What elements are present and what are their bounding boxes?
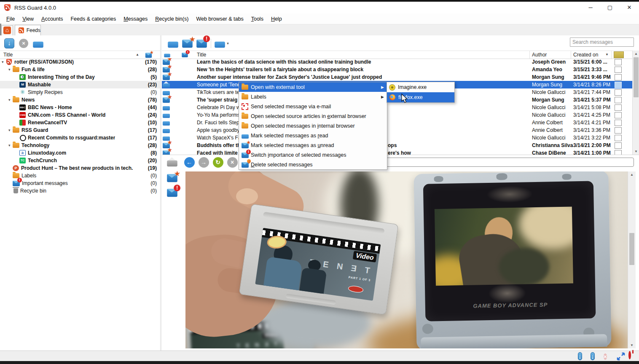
menubar-item-recycle-bin-s[interactable]: Recycle bin(s) <box>151 14 192 24</box>
message-list-scrollbar[interactable]: ▲ ▼ <box>632 51 639 155</box>
message-row[interactable]: Yo-Yo Ma performs s Nicole Gallucci 3/14… <box>162 111 632 119</box>
expander-icon[interactable]: ▾ <box>2 60 6 64</box>
close-button[interactable]: ✕ <box>620 2 639 13</box>
tab-feeds[interactable]: Feeds <box>15 25 41 35</box>
context-menu-item-open-with-external-tool[interactable]: Open with external tool ▶ <box>239 82 387 92</box>
menubar-item-accounts[interactable]: Accounts <box>38 14 67 24</box>
context-menu-item-mark-selected-messages-as-read[interactable]: Mark selected messages as read <box>239 131 387 140</box>
menubar-item-tools[interactable]: Tools <box>247 14 267 24</box>
message-flag-checkbox[interactable] <box>615 97 622 103</box>
context-menu-item-switch-importance-of-selected-messages[interactable]: !Switch importance of selected messages <box>239 150 387 160</box>
maximize-button[interactable]: ▢ <box>600 2 620 13</box>
message-row[interactable]: ★ New 'In the Heights' trailers tell a f… <box>162 66 632 73</box>
message-flag-checkbox[interactable] <box>615 135 622 141</box>
submenu-item-firefox-exe[interactable]: firefox.exe <box>387 92 454 102</box>
browser-read-button[interactable] <box>166 157 178 168</box>
title-bar[interactable]: RSS Guard 4.0.0 ─ ▢ ✕ <box>0 2 639 13</box>
home-tab-button[interactable]: ⌂ <box>1 25 13 35</box>
feed-item-recycle-bin[interactable]: Recycle bin (0) <box>0 187 160 195</box>
feed-item-bbc-news-home[interactable]: BBC BBC News - Home (44) <box>0 104 160 111</box>
feed-item-labels[interactable]: Labels (0) <box>0 172 160 179</box>
expander-icon[interactable]: ▾ <box>8 98 13 102</box>
menubar-item-messages[interactable]: Messages <box>120 14 151 24</box>
scroll-up-icon[interactable]: ▲ <box>628 171 636 178</box>
scroll-down-icon[interactable]: ▼ <box>633 148 639 155</box>
scroll-up-icon[interactable]: ▲ <box>633 51 639 57</box>
feed-item-news[interactable]: ▾ News (78) <box>0 96 160 104</box>
browser-unread-button[interactable]: ! <box>166 187 178 198</box>
message-flag-checkbox[interactable] <box>615 59 622 65</box>
expander-icon[interactable]: ▾ <box>8 67 13 72</box>
scrollbar-thumb[interactable] <box>629 233 634 265</box>
flag-column-header[interactable] <box>614 51 624 58</box>
message-flag-checkbox[interactable] <box>615 127 622 134</box>
message-row[interactable]: Dr. Fauci tells Steph Annie Colbert 3/14… <box>162 119 632 126</box>
feed-item-recent-commits-to-rssguard-master[interactable]: Recent Commits to rssguard:master (17) <box>0 134 160 142</box>
message-flag-checkbox[interactable] <box>615 112 622 118</box>
menubar-item-feeds-categories[interactable]: Feeds & categories <box>67 14 120 24</box>
message-row[interactable]: ★ Learn the basics of data science with … <box>162 58 632 66</box>
refresh-button[interactable]: ↻ <box>212 157 224 168</box>
message-row[interactable]: ★ Buddhists offer th ops Christianna Sil… <box>162 142 632 149</box>
back-button[interactable]: ← <box>183 157 195 168</box>
message-flag-checkbox[interactable] <box>615 104 622 111</box>
message-list-header[interactable]: ! Title Author Created on ▼ <box>162 51 632 59</box>
message-row[interactable]: Watch SpaceX's Falc Nicole Gallucci 3/14… <box>162 134 632 142</box>
stop-update-button[interactable]: × <box>18 38 30 49</box>
menubar-item-view[interactable]: View <box>19 14 38 24</box>
context-menu-item-mark-selected-messages-as-unread[interactable]: ★Mark selected messages as unread <box>239 140 387 150</box>
feed-item-fun-life[interactable]: ▾ Fun & life (28) <box>0 66 160 73</box>
message-flag-checkbox[interactable] <box>615 89 622 96</box>
forward-button[interactable]: → <box>198 157 209 168</box>
feed-item-rotter-rss-atom-json[interactable]: ▾ rotter (RSS/ATOM/JSON) (170) <box>0 58 160 66</box>
browser-important-button[interactable]: ★ <box>166 172 178 183</box>
feed-item-interesting-thing-of-the-day[interactable]: Interesting Thing of the Day (5) <box>0 73 160 81</box>
feed-item-rss-guard[interactable]: ▾ RSS Guard (17) <box>0 126 160 134</box>
message-flag-checkbox[interactable] <box>615 120 622 126</box>
context-menu-item-delete-selected-messages[interactable]: Delete selected messages <box>239 160 387 169</box>
context-menu-item-open-selected-messages-in-internal-browser[interactable]: Open selected messages in internal brows… <box>239 121 387 131</box>
submenu-item-imagine-exe[interactable]: Imagine.exe <box>387 82 454 92</box>
feed-item-technology[interactable]: ▾ Technology (28) <box>0 142 160 149</box>
expander-icon[interactable]: ▾ <box>8 128 13 132</box>
download-feeds-button[interactable]: ↓ <box>591 352 595 361</box>
message-flag-checkbox[interactable] <box>615 82 622 88</box>
menubar-item-help[interactable]: Help <box>267 14 286 24</box>
message-flag-checkbox[interactable] <box>615 74 622 80</box>
message-flag-checkbox[interactable] <box>615 150 622 155</box>
feed-item-linuxtoday-com[interactable]: lt Linuxtoday.com (8) <box>0 149 160 157</box>
scroll-down-icon[interactable]: ▼ <box>628 342 636 348</box>
message-row[interactable]: ★ Faced with limite ere's how Chase DiBe… <box>162 149 632 155</box>
stop-disabled-button[interactable]: × <box>604 352 607 361</box>
expander-icon[interactable]: ▾ <box>8 143 13 147</box>
feed-item-techcrunch[interactable]: TC TechCrunch (20) <box>0 157 160 164</box>
stop-button[interactable]: × <box>226 157 238 168</box>
mark-message-important-button[interactable]: ★ <box>181 38 193 49</box>
update-feeds-button[interactable]: ↓ <box>3 38 15 49</box>
message-row[interactable]: Apple says goodbye Annie Colbert 3/14/21… <box>162 126 632 134</box>
feed-item-important-messages[interactable]: ! Important messages (0) <box>0 179 160 187</box>
search-input[interactable] <box>570 37 634 47</box>
scrollbar-thumb[interactable] <box>634 57 639 97</box>
feed-list-header[interactable]: Title ▲ ★ <box>0 51 160 59</box>
feed-item-cnn-com-rss-channel-world[interactable]: CNN CNN.com - RSS Channel - World (24) <box>0 111 160 119</box>
context-menu-item-send-selected-message-via-e-mail[interactable]: Send selected message via e-mail <box>239 102 387 111</box>
mark-message-unread-button[interactable]: ! <box>196 38 207 49</box>
message-flag-checkbox[interactable] <box>615 67 622 73</box>
feed-item-renewcanceltv[interactable]: RenewCancelTV (10) <box>0 119 160 126</box>
quit-button[interactable] <box>628 352 631 358</box>
message-flag-checkbox[interactable] <box>615 142 622 149</box>
mark-all-read-button[interactable] <box>32 38 44 49</box>
feed-item-mashable[interactable]: M Mashable (23) <box>0 81 160 88</box>
mark-message-read-button[interactable] <box>167 38 179 49</box>
message-actions-dropdown[interactable]: ▾ <box>214 38 231 49</box>
feed-item-simply-recipes[interactable]: ✳ Simply Recipes (0) <box>0 88 160 96</box>
browser-scrollbar[interactable]: ▲ ▼ <box>628 171 636 348</box>
menubar-item-web-browser-tabs[interactable]: Web browser & tabs <box>192 14 247 24</box>
menubar-item-file[interactable]: File <box>3 14 19 24</box>
context-menu-item-labels[interactable]: Labels ▶ <box>239 92 387 102</box>
minimize-button[interactable]: ─ <box>581 2 600 13</box>
message-row[interactable]: ★ Another super intense trailer for Zack… <box>162 73 632 81</box>
context-menu-item-open-selected-source-articles-in-external-browser[interactable]: Open selected source articles in externa… <box>239 111 387 121</box>
feed-item-product-hunt-the-best-new-products-in-tech[interactable]: P Product Hunt – The best new products i… <box>0 164 160 172</box>
